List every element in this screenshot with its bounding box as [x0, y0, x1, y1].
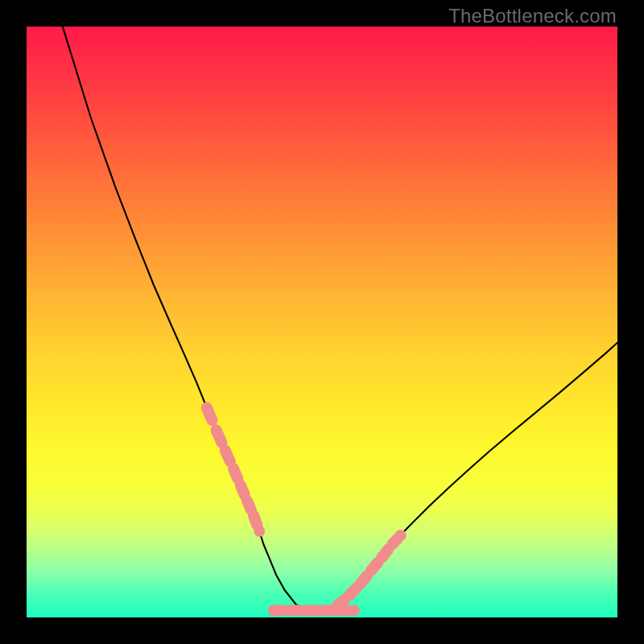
highlight-seg: [247, 501, 251, 510]
bottleneck-curve: [63, 27, 617, 612]
highlight-seg: [225, 450, 230, 461]
highlight-seg: [337, 600, 345, 606]
watermark-text: TheBottleneck.com: [448, 5, 617, 27]
highlight-seg: [392, 539, 397, 544]
highlight-seg: [217, 430, 222, 442]
highlight-seg: [233, 469, 237, 479]
highlight-seg: [241, 485, 245, 495]
plot-area: [27, 27, 617, 617]
highlight-seg: [382, 549, 388, 557]
highlight-seg: [371, 563, 378, 571]
highlight-seg: [254, 515, 258, 525]
chart-frame: TheBottleneck.com: [0, 0, 644, 644]
highlight-seg: [349, 588, 357, 596]
highlight-overlay: [207, 407, 401, 610]
highlight-seg: [207, 407, 213, 420]
highlight-seg: [361, 576, 367, 584]
curve-layer: [27, 27, 617, 617]
